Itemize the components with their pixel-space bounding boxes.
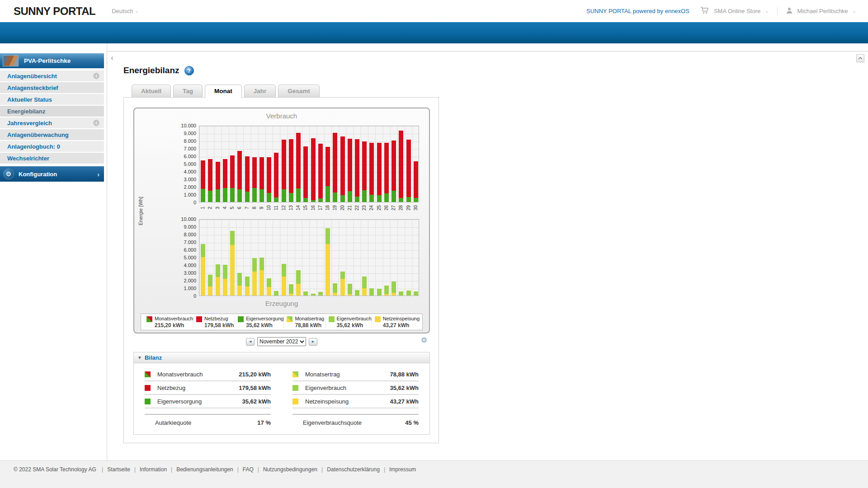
tab-monat[interactable]: Monat xyxy=(205,84,242,98)
x-tick-label-day-21: 21 xyxy=(347,204,352,211)
month-select[interactable]: November 2022 xyxy=(257,337,306,346)
plot-verbrauch xyxy=(199,126,419,202)
legend-value: 179,58 kWh xyxy=(204,322,234,328)
bilanz-header[interactable]: ▼ Bilanz xyxy=(134,352,429,363)
user-menu[interactable]: Michael Perlitschke xyxy=(797,8,848,14)
chevron-down-icon: ⌄ xyxy=(853,9,856,14)
bilanz-row-monatsverbrauch: Monatsverbrauch215,20 kWh xyxy=(145,368,271,381)
sidebar-item-anlagen-berwachung[interactable]: Anlagenüberwachung xyxy=(0,129,104,140)
bilanz-value: 215,20 kWh xyxy=(239,371,271,378)
bar-netzbezug-day-2 xyxy=(208,159,212,191)
x-tick-label-day-2: 2 xyxy=(207,204,212,211)
y-tick-label: 3.000 xyxy=(184,270,196,276)
y-tick-label: 8.000 xyxy=(184,232,196,237)
y-tick-label: 10.000 xyxy=(181,123,196,128)
legend-value: 35,62 kWh xyxy=(337,322,372,328)
bar-eigenverbrauch-day-21 xyxy=(348,284,352,295)
footer-link-startseite[interactable]: Startseite xyxy=(107,466,130,473)
nav-band xyxy=(0,22,868,43)
store-menu[interactable]: SMA Online Store xyxy=(714,8,760,14)
legend-swatch-icon xyxy=(375,316,381,322)
bar-netzbezug-day-25 xyxy=(377,143,382,195)
tab-jahr[interactable]: Jahr xyxy=(244,84,276,97)
y-tick-label: 2.000 xyxy=(184,184,196,190)
cart-icon[interactable] xyxy=(700,6,709,16)
footer-link-information[interactable]: Information xyxy=(140,466,167,473)
bilanz-column-right: Monatsertrag78,88 kWhEigenverbrauch35,62… xyxy=(292,368,419,430)
bar-eigenverbrauch-day-28 xyxy=(399,291,403,296)
footer: © 2022 SMA Solar Technology AG |Startsei… xyxy=(0,460,868,488)
legend-label: Eigenverbrauch xyxy=(337,316,372,321)
legend-item-eigenversorgung: Eigenversorgung35,62 kWh xyxy=(235,316,283,328)
sidebar-item-label: Aktueller Status xyxy=(7,96,52,103)
plant-header[interactable]: PVA-Perlitschke xyxy=(0,53,104,68)
bar-netzbezug-day-3 xyxy=(216,162,220,189)
next-month-button[interactable]: ▶ xyxy=(309,338,317,346)
bar-eigenversorgung-day-6 xyxy=(237,189,242,202)
y-tick-label: 0 xyxy=(193,200,196,205)
globe-icon xyxy=(93,120,99,126)
footer-separator: | xyxy=(134,466,136,473)
bilanz-swatch-icon xyxy=(292,371,298,377)
bar-eigenverbrauch-day-23 xyxy=(362,277,367,288)
sidebar-item-aktueller-status[interactable]: Aktueller Status xyxy=(0,94,104,105)
x-tick-label-day-24: 24 xyxy=(368,204,374,211)
user-icon[interactable] xyxy=(786,7,793,15)
previous-month-button[interactable]: ◀ xyxy=(246,338,255,346)
legend-swatch-icon xyxy=(196,316,202,322)
sidebar-collapse-button[interactable]: ‹ xyxy=(108,53,116,62)
bilanz-label: Monatsertrag xyxy=(305,371,340,378)
bar-eigenversorgung-day-28 xyxy=(399,198,403,202)
bar-eigenversorgung-day-9 xyxy=(259,189,264,202)
sidebar-item-energiebilanz[interactable]: Energiebilanz xyxy=(0,106,104,117)
help-icon[interactable]: ? xyxy=(184,66,194,75)
bar-netzbezug-day-7 xyxy=(245,156,250,192)
bar-eigenverbrauch-day-11 xyxy=(274,291,278,296)
bar-eigenversorgung-day-1 xyxy=(201,189,205,202)
legend-swatch-icon xyxy=(287,316,292,322)
sidebar-item-konfiguration[interactable]: ⚙ Konfiguration › xyxy=(0,166,104,182)
sidebar-item-label: Energiebilanz xyxy=(7,108,46,115)
tab-gesamt[interactable]: Gesamt xyxy=(278,84,320,97)
tab-tag[interactable]: Tag xyxy=(173,84,203,97)
scroll-top-button[interactable] xyxy=(856,54,864,62)
footer-separator: | xyxy=(237,466,239,473)
language-selector[interactable]: Deutsch ⌄ xyxy=(112,8,139,14)
footer-link-datenschutzerkl-rung[interactable]: Datenschutzerklärung xyxy=(327,466,380,473)
x-tick-label-day-1: 1 xyxy=(200,204,205,211)
bar-netzbezug-day-20 xyxy=(340,136,345,195)
footer-link-faq[interactable]: FAQ xyxy=(243,466,254,473)
powered-by-ennexos-link[interactable]: SUNNY PORTAL powered by ennexOS xyxy=(586,8,689,14)
gear-icon: ⚙ xyxy=(3,169,14,179)
sidebar-item-jahresvergleich[interactable]: Jahresvergleich xyxy=(0,117,104,128)
footer-link-bedienungsanleitungen[interactable]: Bedienungsanleitungen xyxy=(176,466,233,473)
bar-eigenversorgung-day-7 xyxy=(245,192,250,202)
x-tick-label-day-3: 3 xyxy=(215,204,220,211)
sidebar-item-label: Anlagenübersicht xyxy=(7,73,57,80)
y-tick-label: 5.000 xyxy=(184,161,196,167)
chart-title-verbrauch: Verbrauch xyxy=(134,112,429,120)
bar-netzbezug-day-15 xyxy=(303,146,308,198)
bar-netzeinspeisung-day-12 xyxy=(282,277,286,296)
sidebar-item-anlagenlogbuch-0[interactable]: Anlagenlogbuch: 0 xyxy=(0,141,104,152)
bar-eigenversorgung-day-30 xyxy=(414,198,418,202)
bar-eigenverbrauch-day-9 xyxy=(259,258,264,270)
sidebar-item-anlagensteckbrief[interactable]: Anlagensteckbrief xyxy=(0,82,104,93)
legend-label: Eigenversorgung xyxy=(246,316,283,321)
sidebar-item-anlagen-bersicht[interactable]: Anlagenübersicht xyxy=(0,70,104,81)
legend-swatch-icon xyxy=(238,316,244,322)
tab-aktuell[interactable]: Aktuell xyxy=(132,84,171,97)
bar-netzbezug-day-8 xyxy=(252,157,257,188)
legend-label: Netzbezug xyxy=(204,316,234,321)
x-tick-label-day-20: 20 xyxy=(340,204,345,211)
quote-label: Eigenverbrauchsquote xyxy=(303,419,362,426)
footer-link-nutzungsbedingungen[interactable]: Nutzungsbedingungen xyxy=(263,466,317,473)
footer-separator: | xyxy=(171,466,172,473)
chart-settings-icon[interactable]: ⚙ xyxy=(421,336,427,344)
bar-netzbezug-day-14 xyxy=(296,133,301,188)
bar-eigenverbrauch-day-15 xyxy=(303,291,308,296)
footer-link-impressum[interactable]: Impressum xyxy=(389,466,416,473)
sidebar-item-label: Anlagensteckbrief xyxy=(7,84,58,91)
sidebar-item-wechselrichter[interactable]: Wechselrichter xyxy=(0,153,104,164)
bar-eigenverbrauch-day-7 xyxy=(245,277,250,287)
